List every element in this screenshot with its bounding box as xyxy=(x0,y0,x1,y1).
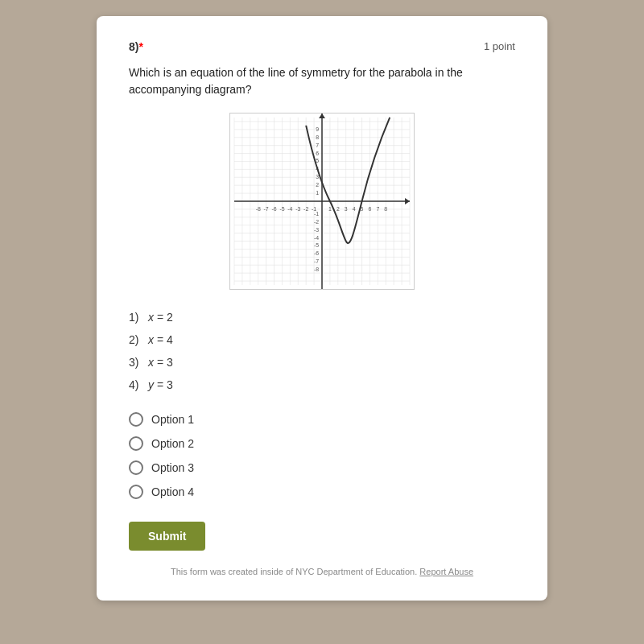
submit-button[interactable]: Submit xyxy=(129,522,205,551)
svg-text:-2: -2 xyxy=(303,206,308,212)
svg-text:3: 3 xyxy=(345,206,348,212)
option-1-radio[interactable] xyxy=(129,412,143,427)
svg-text:4: 4 xyxy=(353,206,356,212)
svg-text:7: 7 xyxy=(376,206,379,212)
svg-text:-5: -5 xyxy=(314,242,319,248)
answer-2: 2) x = 4 xyxy=(129,328,515,351)
option-4-item[interactable]: Option 4 xyxy=(129,485,515,499)
svg-text:-3: -3 xyxy=(314,227,319,233)
option-2-item[interactable]: Option 2 xyxy=(129,436,515,451)
svg-text:8: 8 xyxy=(384,206,387,212)
option-1-label: Option 1 xyxy=(151,413,194,426)
svg-text:6: 6 xyxy=(316,151,319,156)
answer-4: 4) y = 3 xyxy=(129,374,515,396)
parabola-graph: -8 -7 -6 -5 -4 -3 -2 -1 1 2 3 4 5 6 7 8 … xyxy=(229,113,415,290)
svg-text:-6: -6 xyxy=(271,206,276,212)
svg-text:-8: -8 xyxy=(256,206,261,212)
footer: This form was created inside of NYC Depa… xyxy=(129,567,515,576)
svg-text:3: 3 xyxy=(316,174,319,180)
svg-text:-8: -8 xyxy=(314,266,319,272)
option-3-item[interactable]: Option 3 xyxy=(129,460,515,475)
option-3-label: Option 3 xyxy=(151,461,194,474)
option-4-label: Option 4 xyxy=(151,485,194,498)
svg-text:-5: -5 xyxy=(279,206,284,212)
points-label: 1 point xyxy=(484,40,515,52)
svg-text:6: 6 xyxy=(369,206,372,212)
option-2-label: Option 2 xyxy=(151,437,194,450)
svg-text:-2: -2 xyxy=(314,219,319,225)
option-1-item[interactable]: Option 1 xyxy=(129,412,515,427)
options-list: Option 1 Option 2 Option 3 Option 4 xyxy=(129,412,515,499)
question-header: 8)* 1 point xyxy=(129,40,515,53)
svg-text:7: 7 xyxy=(316,142,319,148)
question-card: 8)* 1 point Which is an equation of the … xyxy=(97,16,547,601)
question-number: 8)* xyxy=(129,40,143,53)
svg-text:9: 9 xyxy=(316,126,319,132)
svg-text:-7: -7 xyxy=(264,206,269,212)
answer-1: 1) x = 2 xyxy=(129,306,515,328)
question-text: Which is an equation of the line of symm… xyxy=(129,64,515,98)
graph-container: -8 -7 -6 -5 -4 -3 -2 -1 1 2 3 4 5 6 7 8 … xyxy=(129,113,515,290)
svg-text:1: 1 xyxy=(328,206,332,212)
svg-text:-6: -6 xyxy=(314,250,319,256)
report-abuse-link[interactable]: Report Abuse xyxy=(419,567,473,576)
svg-text:-3: -3 xyxy=(295,206,300,212)
option-2-radio[interactable] xyxy=(129,436,143,451)
answer-3: 3) x = 3 xyxy=(129,351,515,374)
svg-text:2: 2 xyxy=(316,182,319,188)
svg-text:2: 2 xyxy=(336,206,340,212)
svg-text:8: 8 xyxy=(316,134,319,140)
answer-choices: 1) x = 2 2) x = 4 3) x = 3 4) y = 3 xyxy=(129,306,515,396)
svg-text:-4: -4 xyxy=(287,206,292,212)
svg-text:-7: -7 xyxy=(314,258,319,264)
option-3-radio[interactable] xyxy=(129,460,143,475)
svg-text:-4: -4 xyxy=(314,235,319,241)
svg-text:1: 1 xyxy=(316,190,319,196)
svg-text:-1: -1 xyxy=(314,211,319,217)
option-4-radio[interactable] xyxy=(129,485,143,499)
